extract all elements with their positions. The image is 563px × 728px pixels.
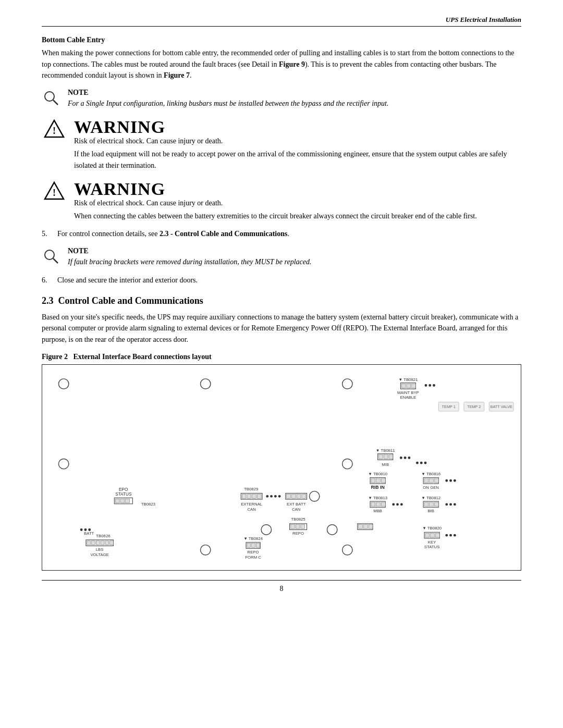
page-number: 8 xyxy=(42,580,521,593)
note-2: NOTE If fault bracing brackets were remo… xyxy=(42,247,521,267)
batt-valve-label: BATT VALVE xyxy=(491,404,512,409)
tb0816-pin3 xyxy=(434,478,438,483)
tb0826-pin3 xyxy=(96,540,100,545)
item-6-num: 6. xyxy=(42,275,53,286)
lbs-label: LBS xyxy=(96,547,104,552)
lbs-sublabel: BATT xyxy=(84,531,94,536)
note-2-content: NOTE If fault bracing brackets were remo… xyxy=(68,247,521,267)
tb0821-sublabel2: ENABLE xyxy=(400,394,417,399)
mount-hole-bc xyxy=(201,545,211,554)
repo-form-label: REPO xyxy=(248,550,259,554)
tb0821-pin2 xyxy=(407,384,411,388)
warning-1-detail: If the load equipment will not be ready … xyxy=(74,149,521,171)
epo-pin1 xyxy=(115,499,119,503)
tb0829-pin4 xyxy=(257,494,261,498)
diagram-container: ▼ TB0821 MAINT BYP ENABLE TEMP 1 TEMP 2 … xyxy=(42,364,521,571)
warning-2-detail: When connecting the cables between the b… xyxy=(74,211,521,222)
key-status-label1: KEY xyxy=(428,539,436,544)
tb0825-pin1 xyxy=(290,524,295,528)
dot-mr3 xyxy=(424,461,427,464)
mount-hole-repo2 xyxy=(327,524,337,534)
dot-mbb2 xyxy=(396,503,399,505)
tb0820-pin2 xyxy=(431,533,435,537)
dot-bib1 xyxy=(445,503,448,505)
tb0824-pin2 xyxy=(252,543,255,547)
dot2 xyxy=(429,384,431,387)
tb0816-pin2 xyxy=(430,478,434,483)
figure-2-num: Figure 2 xyxy=(42,353,68,361)
section-23-body: Based on your site's specific needs, the… xyxy=(42,312,521,346)
note-1-icon xyxy=(42,89,60,107)
tb0812-label: ▼ TB0812 xyxy=(421,496,440,500)
dot-ecan3 xyxy=(274,495,277,497)
tb0810-pin1 xyxy=(371,478,375,483)
dot-ogen2 xyxy=(449,479,452,482)
page-header: UPS Electrical Installation xyxy=(42,16,521,27)
note-1-label: NOTE xyxy=(68,89,521,97)
tb0829-pin1 xyxy=(242,494,246,498)
mount-hole-tl xyxy=(58,378,68,388)
bib-s-pin3 xyxy=(369,524,373,528)
dot-bib2 xyxy=(449,503,452,505)
tb0821-label: ▼ TB0821 xyxy=(398,377,418,381)
ext-batt-pin1 xyxy=(287,494,291,498)
dot-lbs-pre2 xyxy=(84,528,87,531)
tb0826-pin4 xyxy=(101,540,104,545)
tb0820-pin1 xyxy=(425,533,430,537)
mount-hole-br xyxy=(342,545,352,554)
tb0829-label: TB0829 xyxy=(244,486,258,491)
on-gen-label: ON GEN xyxy=(423,485,439,489)
dot-lbs-pre1 xyxy=(80,528,83,531)
note-2-label: NOTE xyxy=(68,247,521,255)
svg-line-7 xyxy=(53,258,58,263)
tb0810-pin3 xyxy=(381,478,385,483)
tb0823-label: TB0823 xyxy=(141,501,155,506)
section-23-title: Control Cable and Communications xyxy=(58,295,203,306)
svg-point-6 xyxy=(45,250,54,260)
dot-mib2 xyxy=(404,456,407,459)
tb0811-label: ▼ TB0811 xyxy=(376,448,395,452)
tb0813-pin3 xyxy=(381,502,385,507)
ext-batt-can-label: EXT BATT xyxy=(287,501,306,506)
bottom-cable-body: When making the power connections for bo… xyxy=(42,47,521,81)
tb0816-pin1 xyxy=(424,478,429,483)
epo-status-label2: STATUS xyxy=(115,492,132,497)
rib-in-label: RIB IN xyxy=(371,484,385,489)
warning-2-icon: ! xyxy=(42,180,67,200)
external-can-label2: CAN xyxy=(247,507,255,511)
dot-mbb3 xyxy=(400,503,403,505)
header-title: UPS Electrical Installation xyxy=(446,16,521,24)
dot-mr1 xyxy=(416,461,419,464)
item-6-text: Close and secure the interior and exteri… xyxy=(57,275,198,286)
key-status-label2: STATUS xyxy=(424,545,439,549)
warning-2-risk: Risk of electrical shock. Can cause inju… xyxy=(74,199,521,207)
item-5-text: For control connection details, see 2.3 … xyxy=(57,228,289,240)
dot-bib3 xyxy=(454,503,456,505)
tb0812-pin1 xyxy=(424,502,429,507)
tb0826-pin2 xyxy=(92,540,95,545)
note-1-text: For a Single Input configuration, linkin… xyxy=(68,98,521,109)
dot-ogen1 xyxy=(445,479,448,482)
bib-label: BIB xyxy=(427,509,434,513)
ext-batt-pin2 xyxy=(291,494,296,498)
temp1-label: TEMP 1 xyxy=(442,404,456,409)
figure-2-label: Figure 2 External Interface Board connec… xyxy=(42,353,521,361)
tb0811-sublabel: MIB xyxy=(382,462,389,467)
tb0811-pin3 xyxy=(389,454,393,459)
section-23: 2.3 Control Cable and Communications Bas… xyxy=(42,295,521,346)
tb0813-pin2 xyxy=(376,502,381,507)
mount-hole-tm xyxy=(201,378,211,388)
dot-ecan2 xyxy=(270,495,273,497)
magnifier-icon xyxy=(43,90,59,106)
tb0821-sublabel: MAINT BYP xyxy=(397,390,419,395)
external-can-label: EXTERNAL xyxy=(241,501,263,506)
voltage-label: VOLTAGE xyxy=(90,552,109,557)
ext-batt-pin4 xyxy=(302,494,306,498)
warning-1: ! WARNING Risk of electrical shock. Can … xyxy=(42,118,521,171)
tb0826-label: TB0626 xyxy=(96,534,110,538)
tb0812-pin2 xyxy=(430,502,434,507)
tb0813-label: ▼ TB0813 xyxy=(368,496,387,500)
item-5-num: 5. xyxy=(42,228,53,240)
section-23-heading: 2.3 Control Cable and Communications xyxy=(42,295,521,306)
tb0824-pin1 xyxy=(247,543,251,547)
